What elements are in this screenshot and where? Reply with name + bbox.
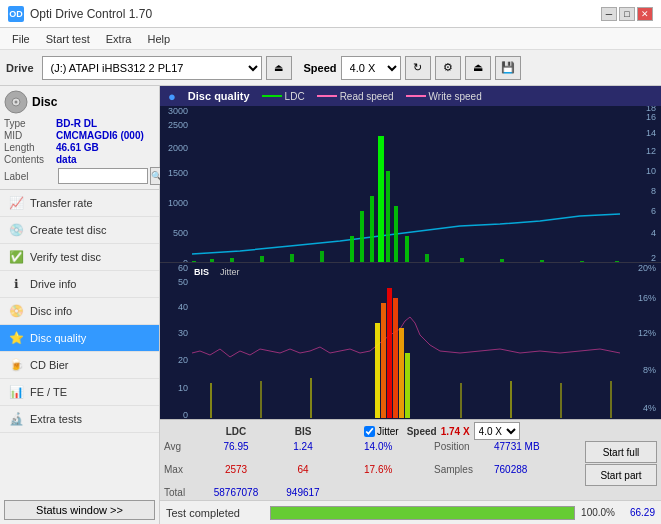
save-button[interactable]: 💾 <box>495 56 521 80</box>
top-chart: 0 500 1000 1500 2000 2500 3000 2 4 6 8 1… <box>160 106 661 263</box>
svg-text:0: 0 <box>183 410 188 419</box>
menu-help[interactable]: Help <box>139 32 178 46</box>
refresh-button[interactable]: ↻ <box>405 56 431 80</box>
svg-rect-80 <box>393 298 398 418</box>
label-input[interactable] <box>58 168 148 184</box>
avg-ldc: 76.95 <box>200 441 272 463</box>
jitter-checkbox[interactable] <box>364 426 375 437</box>
svg-text:2500: 2500 <box>168 120 188 130</box>
cd-bier-icon: 🍺 <box>8 357 24 373</box>
nav-create-test-disc[interactable]: 💿 Create test disc <box>0 217 159 244</box>
svg-rect-38 <box>350 236 354 262</box>
status-window-button[interactable]: Status window >> <box>4 500 155 520</box>
samples-label: Samples <box>434 464 494 486</box>
ldc-col-header: LDC <box>200 426 272 437</box>
toolbar: Drive (J:) ATAPI iHBS312 2 PL17 ⏏ Speed … <box>0 50 661 86</box>
nav-drive-info-label: Drive info <box>30 278 76 290</box>
bis-col-header: BIS <box>272 426 334 437</box>
chart-header: ● Disc quality LDC Read speed Write spee… <box>160 86 661 106</box>
svg-rect-45 <box>425 254 429 262</box>
nav-disc-quality[interactable]: ⭐ Disc quality <box>0 325 159 352</box>
start-full-button[interactable]: Start full <box>585 441 657 463</box>
legend-write-speed: Write speed <box>406 91 482 102</box>
legend-read-speed: Read speed <box>317 91 394 102</box>
nav-transfer-rate-label: Transfer rate <box>30 197 93 209</box>
svg-text:40: 40 <box>178 302 188 312</box>
menu-bar: File Start test Extra Help <box>0 28 661 50</box>
svg-rect-47 <box>500 259 504 262</box>
svg-text:4%: 4% <box>643 403 656 413</box>
status-bar: Test completed 100.0% 66.29 <box>160 500 661 524</box>
total-bis: 949617 <box>272 487 334 498</box>
disc-info-icon: 📀 <box>8 303 24 319</box>
minimize-button[interactable]: ─ <box>601 7 617 21</box>
svg-rect-84 <box>260 381 262 418</box>
svg-text:20%: 20% <box>638 263 656 273</box>
nav-drive-info[interactable]: ℹ Drive info <box>0 271 159 298</box>
svg-text:18: 18 <box>646 106 656 113</box>
svg-text:1000: 1000 <box>168 198 188 208</box>
svg-rect-48 <box>540 260 544 262</box>
start-part-button[interactable]: Start part <box>585 464 657 486</box>
nav-verify-test-disc[interactable]: ✅ Verify test disc <box>0 244 159 271</box>
total-ldc: 58767078 <box>200 487 272 498</box>
legend-ldc: LDC <box>262 91 305 102</box>
nav-transfer-rate[interactable]: 📈 Transfer rate <box>0 190 159 217</box>
svg-rect-34 <box>230 258 234 262</box>
right-panel: ● Disc quality LDC Read speed Write spee… <box>160 86 661 524</box>
svg-rect-82 <box>405 353 410 418</box>
speed-col-header: Speed <box>407 426 437 437</box>
length-label: Length <box>4 142 56 153</box>
label-label: Label <box>4 171 56 182</box>
svg-text:50: 50 <box>178 277 188 287</box>
svg-text:4: 4 <box>651 228 656 238</box>
max-jitter: 17.6% <box>364 464 434 486</box>
type-value: BD-R DL <box>56 118 97 129</box>
svg-text:BIS: BIS <box>194 267 209 277</box>
maximize-button[interactable]: □ <box>619 7 635 21</box>
svg-text:Jitter: Jitter <box>220 267 240 277</box>
svg-rect-85 <box>310 378 312 418</box>
max-ldc: 2573 <box>200 464 272 486</box>
mid-value: CMCMAGDI6 (000) <box>56 130 144 141</box>
svg-rect-3 <box>160 106 661 262</box>
disc-quality-icon: ⭐ <box>8 330 24 346</box>
position-label: Position <box>434 441 494 463</box>
drive-label: Drive <box>6 62 34 74</box>
close-button[interactable]: ✕ <box>637 7 653 21</box>
nav-cd-bier[interactable]: 🍺 CD Bier <box>0 352 159 379</box>
progress-percent: 100.0% <box>579 507 615 518</box>
nav-extra-tests[interactable]: 🔬 Extra tests <box>0 406 159 433</box>
speed-max-dropdown[interactable]: 4.0 X <box>474 422 520 440</box>
eject2-button[interactable]: ⏏ <box>465 56 491 80</box>
length-value: 46.61 GB <box>56 142 99 153</box>
svg-rect-36 <box>290 254 294 262</box>
svg-text:10: 10 <box>646 166 656 176</box>
contents-label: Contents <box>4 154 56 165</box>
svg-rect-81 <box>399 328 404 418</box>
menu-file[interactable]: File <box>4 32 38 46</box>
speed-current: 1.74 X <box>441 426 470 437</box>
settings-button[interactable]: ⚙ <box>435 56 461 80</box>
drive-select[interactable]: (J:) ATAPI iHBS312 2 PL17 <box>42 56 262 80</box>
svg-text:3000: 3000 <box>168 106 188 116</box>
top-chart-svg: 0 500 1000 1500 2000 2500 3000 2 4 6 8 1… <box>160 106 661 262</box>
svg-rect-83 <box>210 383 212 418</box>
disc-section-title: Disc <box>32 95 57 109</box>
speed-select[interactable]: 4.0 X <box>341 56 401 80</box>
svg-rect-49 <box>580 261 584 262</box>
svg-text:8%: 8% <box>643 365 656 375</box>
eject-button[interactable]: ⏏ <box>266 56 292 80</box>
nav-fe-te[interactable]: 📊 FE / TE <box>0 379 159 406</box>
nav-disc-info[interactable]: 📀 Disc info <box>0 298 159 325</box>
speed-max-select[interactable]: 4.0 X <box>474 422 520 440</box>
nav-section: 📈 Transfer rate 💿 Create test disc ✅ Ver… <box>0 190 159 496</box>
menu-start-test[interactable]: Start test <box>38 32 98 46</box>
progress-bar <box>270 506 575 520</box>
svg-rect-35 <box>260 256 264 262</box>
max-bis: 64 <box>272 464 334 486</box>
contents-value: data <box>56 154 77 165</box>
max-label: Max <box>164 464 200 486</box>
svg-rect-46 <box>460 258 464 262</box>
menu-extra[interactable]: Extra <box>98 32 140 46</box>
